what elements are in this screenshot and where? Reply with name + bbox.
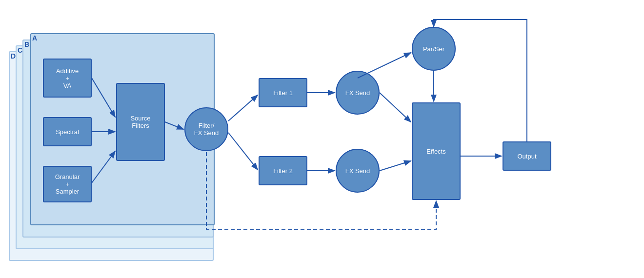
svg-line-11 [380, 93, 411, 122]
additive-va-box: Additive+VA [43, 59, 92, 98]
output-box: Output [503, 141, 551, 171]
svg-line-6 [228, 95, 258, 121]
effects-box: Effects [412, 102, 461, 200]
diagram-container: A B C D Additive+VA Spectral Granular+Sa… [0, 0, 644, 278]
filter1-box: Filter 1 [259, 78, 307, 107]
granular-sampler-box: Granular+Sampler [43, 166, 92, 202]
filter2-box: Filter 2 [259, 156, 307, 185]
frame-label-c: C [18, 46, 22, 54]
filter-fx-send-circle: Filter/FX Send [184, 107, 228, 151]
fx-send-2-circle: FX Send [336, 149, 380, 193]
par-ser-circle: Par/Ser [412, 27, 456, 71]
frame-label-a: A [32, 34, 37, 42]
fx-send-1-circle: FX Send [336, 71, 380, 115]
svg-line-7 [228, 133, 258, 170]
svg-line-12 [380, 161, 411, 171]
spectral-box: Spectral [43, 117, 92, 146]
source-filters-box: SourceFilters [116, 83, 165, 161]
frame-label-d: D [11, 52, 16, 60]
frame-label-b: B [24, 40, 29, 48]
